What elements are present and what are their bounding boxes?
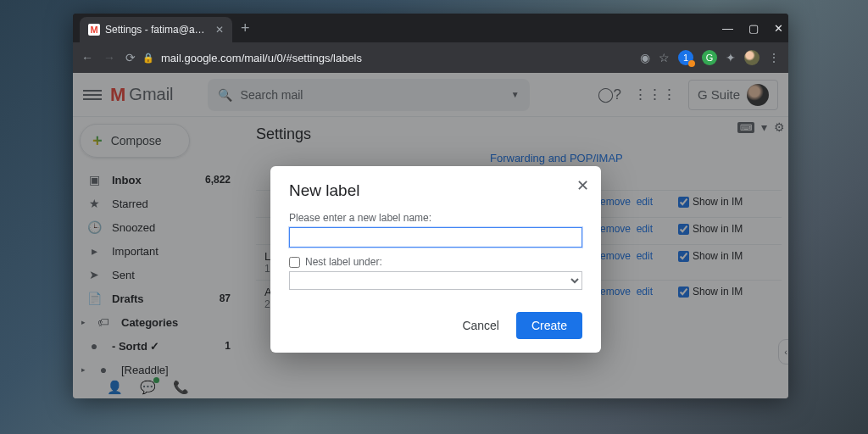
url-field[interactable]: 🔒 mail.google.com/mail/u/0/#settings/lab… [142, 52, 633, 64]
dialog-prompt: Please enter a new label name: [289, 212, 582, 224]
nest-label: Nest label under: [305, 256, 382, 268]
reload-icon[interactable]: ⟳ [125, 51, 136, 64]
close-tab-icon[interactable]: ✕ [215, 24, 224, 36]
extensions-icon[interactable]: ✦ [726, 51, 736, 64]
create-button[interactable]: Create [516, 312, 582, 339]
tab-title: Settings - fatima@addictivetips.c [105, 24, 210, 36]
close-window-icon[interactable]: ✕ [774, 22, 783, 35]
minimize-icon[interactable]: — [722, 22, 733, 35]
new-label-dialog: ✕ New label Please enter a new label nam… [270, 166, 601, 353]
browser-tab[interactable]: M Settings - fatima@addictivetips.c ✕ [80, 17, 232, 42]
lock-icon: 🔒 [142, 53, 154, 64]
extension-icon-2[interactable]: G [702, 50, 717, 65]
page-content: M Gmail 🔍 Search mail ▼ ◯? ⋮⋮⋮ G Suite + [73, 73, 788, 398]
back-icon[interactable]: ← [81, 51, 93, 64]
dialog-title: New label [289, 181, 582, 200]
new-tab-button[interactable]: + [241, 19, 250, 37]
nest-checkbox[interactable] [289, 257, 300, 268]
address-bar: ← → ⟳ 🔒 mail.google.com/mail/u/0/#settin… [73, 42, 788, 73]
dialog-close-icon[interactable]: ✕ [576, 176, 589, 195]
url-text: mail.google.com/mail/u/0/#settings/label… [161, 52, 362, 64]
nest-parent-select[interactable] [289, 271, 582, 290]
profile-avatar-icon[interactable] [744, 50, 760, 65]
cancel-button[interactable]: Cancel [453, 312, 508, 339]
browser-window: M Settings - fatima@addictivetips.c ✕ + … [73, 14, 788, 398]
maximize-icon[interactable]: ▢ [748, 22, 759, 35]
gmail-favicon: M [88, 24, 100, 36]
window-controls: — ▢ ✕ [722, 14, 783, 42]
extension-icon-1[interactable]: 1 [678, 50, 693, 65]
forward-icon[interactable]: → [103, 51, 115, 64]
tab-bar: M Settings - fatima@addictivetips.c ✕ + … [73, 14, 788, 42]
menu-icon[interactable]: ⋮ [768, 51, 780, 64]
star-icon[interactable]: ☆ [659, 51, 670, 64]
label-name-input[interactable] [289, 227, 582, 248]
eye-icon[interactable]: ◉ [640, 51, 650, 64]
